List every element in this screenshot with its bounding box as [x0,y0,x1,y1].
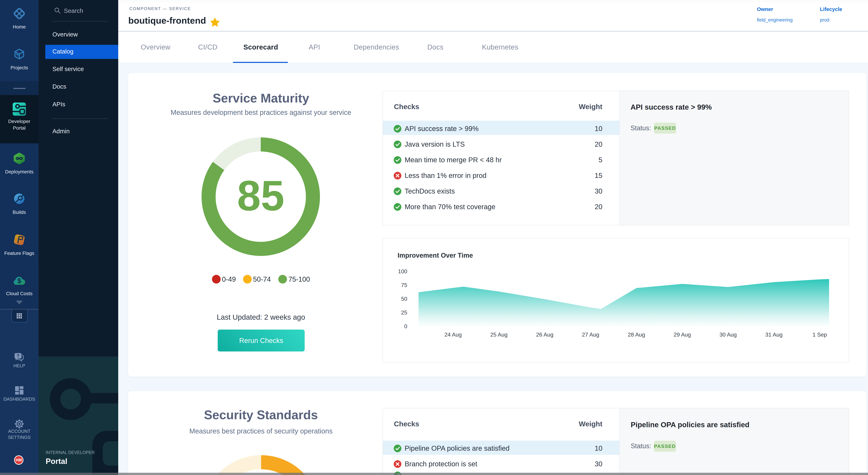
svg-text:$: $ [18,277,21,285]
svg-text:85: 85 [237,172,284,219]
svg-text:?: ? [17,353,19,358]
